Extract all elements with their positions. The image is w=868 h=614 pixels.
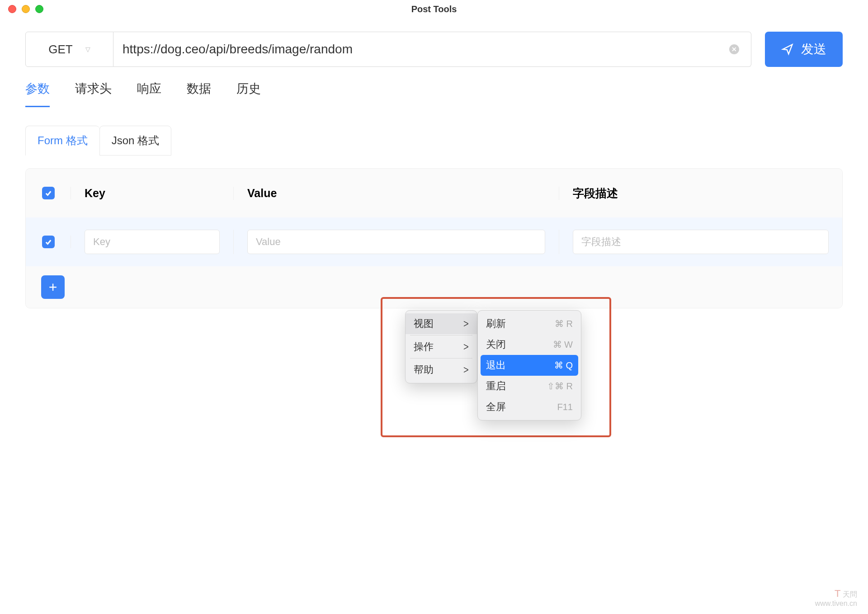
table-add-row: + bbox=[26, 266, 842, 308]
menu-label: 全屏 bbox=[486, 400, 506, 414]
menu-item-close[interactable]: 关闭 ⌘ W bbox=[478, 334, 581, 355]
header-key: Key bbox=[71, 187, 234, 200]
maximize-window-button[interactable] bbox=[35, 5, 43, 13]
menu-shortcut: F11 bbox=[557, 402, 573, 412]
titlebar: Post Tools bbox=[0, 0, 868, 18]
tab-response[interactable]: 响应 bbox=[137, 80, 161, 107]
send-button[interactable]: 发送 bbox=[765, 32, 843, 67]
http-method-value: GET bbox=[48, 43, 72, 57]
menu-label: 视图 bbox=[414, 317, 434, 331]
row-key-cell bbox=[71, 230, 234, 254]
row-checkbox[interactable] bbox=[42, 236, 55, 248]
header-checkbox-cell bbox=[26, 187, 71, 199]
menu-label: 操作 bbox=[414, 340, 434, 354]
menu-item-refresh[interactable]: 刷新 ⌘ R bbox=[478, 313, 581, 334]
menu-item-help[interactable]: 帮助 ᐳ bbox=[406, 359, 477, 380]
menu-label: 刷新 bbox=[486, 317, 506, 331]
traffic-lights bbox=[8, 5, 43, 13]
menu-label: 帮助 bbox=[414, 363, 434, 377]
desc-input[interactable] bbox=[573, 230, 829, 254]
menu-shortcut: ⌘ R bbox=[555, 318, 573, 329]
tab-data[interactable]: 数据 bbox=[187, 80, 211, 107]
menu-label: 重启 bbox=[486, 379, 506, 393]
tab-headers[interactable]: 请求头 bbox=[75, 80, 112, 107]
plus-icon: + bbox=[49, 279, 57, 296]
watermark-url: www.tiven.cn bbox=[815, 600, 857, 607]
context-menu-sub: 刷新 ⌘ R 关闭 ⌘ W 退出 ⌘ Q 重启 ⇧⌘ R 全屏 F11 bbox=[477, 310, 581, 420]
menu-separator bbox=[410, 358, 472, 359]
minimize-window-button[interactable] bbox=[22, 5, 30, 13]
menu-shortcut: ⌘ W bbox=[553, 339, 573, 350]
watermark: T 天問 www.tiven.cn bbox=[815, 588, 857, 608]
row-checkbox-cell bbox=[26, 236, 71, 248]
url-input[interactable] bbox=[123, 42, 729, 57]
tab-history[interactable]: 历史 bbox=[236, 80, 261, 107]
row-desc-cell bbox=[559, 230, 842, 254]
url-input-wrap: ✕ bbox=[113, 32, 751, 67]
menu-item-view[interactable]: 视图 ᐳ bbox=[406, 313, 477, 334]
row-value-cell bbox=[234, 230, 559, 254]
send-button-label: 发送 bbox=[801, 41, 826, 58]
add-row-button[interactable]: + bbox=[41, 275, 65, 299]
value-input[interactable] bbox=[247, 230, 545, 254]
chevron-down-icon: ▽ bbox=[85, 46, 90, 53]
clear-url-icon[interactable]: ✕ bbox=[729, 44, 739, 54]
menu-item-fullscreen[interactable]: 全屏 F11 bbox=[478, 397, 581, 417]
watermark-name: 天問 bbox=[843, 590, 857, 598]
check-icon bbox=[44, 189, 52, 197]
close-window-button[interactable] bbox=[8, 5, 16, 13]
menu-shortcut: ⇧⌘ R bbox=[547, 381, 573, 392]
tab-params[interactable]: 参数 bbox=[25, 80, 50, 107]
tab-json-format[interactable]: Json 格式 bbox=[99, 126, 171, 156]
tab-form-format[interactable]: Form 格式 bbox=[25, 126, 99, 156]
app-window: Post Tools GET ▽ ✕ 发送 参数 请求头 响应 数据 bbox=[0, 0, 868, 614]
select-all-checkbox[interactable] bbox=[42, 187, 55, 199]
table-row bbox=[26, 217, 842, 266]
context-menu-main: 视图 ᐳ 操作 ᐳ 帮助 ᐳ bbox=[405, 310, 477, 383]
menu-shortcut: ⌘ Q bbox=[554, 360, 573, 371]
sub-tabs: Form 格式 Json 格式 bbox=[25, 126, 843, 156]
header-value: Value bbox=[234, 187, 559, 200]
content-area: GET ▽ ✕ 发送 参数 请求头 响应 数据 历史 Form 格式 Json bbox=[0, 18, 868, 322]
request-row: GET ▽ ✕ 发送 bbox=[25, 32, 843, 67]
send-icon bbox=[781, 43, 794, 56]
params-table: Key Value 字段描述 bbox=[25, 168, 843, 308]
watermark-logo: T bbox=[835, 588, 840, 599]
menu-label: 关闭 bbox=[486, 338, 506, 351]
header-desc: 字段描述 bbox=[559, 186, 842, 201]
http-method-select[interactable]: GET ▽ bbox=[25, 32, 113, 67]
menu-label: 退出 bbox=[486, 359, 506, 372]
main-tabs: 参数 请求头 响应 数据 历史 bbox=[25, 80, 843, 108]
table-header-row: Key Value 字段描述 bbox=[26, 169, 842, 217]
key-input[interactable] bbox=[85, 230, 220, 254]
chevron-right-icon: ᐳ bbox=[463, 320, 469, 328]
window-title: Post Tools bbox=[411, 4, 457, 14]
chevron-right-icon: ᐳ bbox=[463, 366, 469, 374]
menu-item-quit[interactable]: 退出 ⌘ Q bbox=[481, 355, 578, 376]
menu-item-restart[interactable]: 重启 ⇧⌘ R bbox=[478, 376, 581, 397]
chevron-right-icon: ᐳ bbox=[463, 343, 469, 351]
menu-separator bbox=[410, 335, 472, 335]
check-icon bbox=[44, 238, 52, 246]
menu-item-action[interactable]: 操作 ᐳ bbox=[406, 336, 477, 357]
